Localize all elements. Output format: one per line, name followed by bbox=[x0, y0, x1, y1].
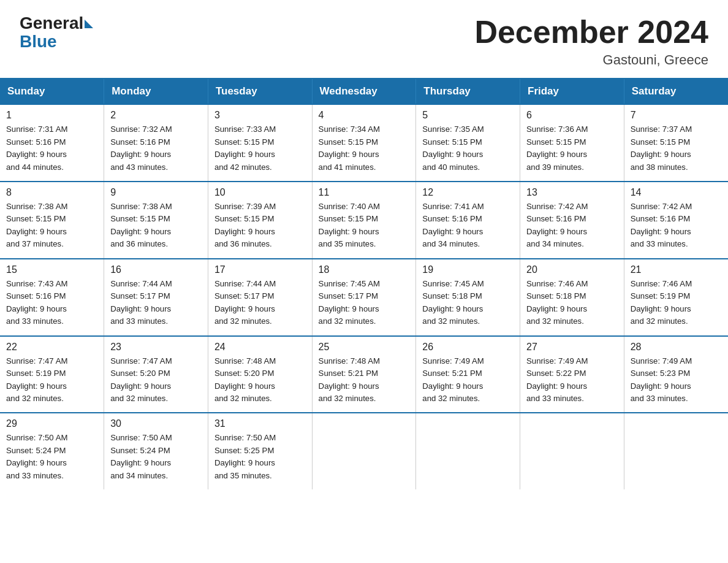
day-number: 4 bbox=[319, 110, 410, 121]
day-number: 8 bbox=[6, 187, 97, 198]
calendar-day-cell: 15Sunrise: 7:43 AMSunset: 5:16 PMDayligh… bbox=[0, 259, 104, 336]
calendar-day-cell: 19Sunrise: 7:45 AMSunset: 5:18 PMDayligh… bbox=[416, 259, 520, 336]
day-number: 22 bbox=[6, 342, 97, 353]
day-info: Sunrise: 7:42 AMSunset: 5:16 PMDaylight:… bbox=[631, 201, 722, 251]
logo-top: General bbox=[20, 15, 93, 32]
day-info: Sunrise: 7:45 AMSunset: 5:18 PMDaylight:… bbox=[422, 278, 514, 328]
title-area: December 2024 Gastouni, Greece bbox=[474, 15, 708, 68]
calendar-header: Sunday Monday Tuesday Wednesday Thursday… bbox=[0, 79, 728, 104]
day-info: Sunrise: 7:39 AMSunset: 5:15 PMDaylight:… bbox=[214, 201, 306, 251]
day-number: 13 bbox=[526, 187, 618, 198]
day-number: 26 bbox=[422, 342, 514, 353]
day-number: 29 bbox=[6, 418, 97, 429]
calendar-day-cell: 12Sunrise: 7:41 AMSunset: 5:16 PMDayligh… bbox=[416, 182, 520, 259]
calendar-day-cell: 18Sunrise: 7:45 AMSunset: 5:17 PMDayligh… bbox=[312, 259, 416, 336]
day-info: Sunrise: 7:46 AMSunset: 5:19 PMDaylight:… bbox=[631, 278, 722, 328]
day-info: Sunrise: 7:49 AMSunset: 5:23 PMDaylight:… bbox=[631, 355, 722, 405]
day-info: Sunrise: 7:50 AMSunset: 5:25 PMDaylight:… bbox=[214, 432, 306, 482]
day-info: Sunrise: 7:47 AMSunset: 5:20 PMDaylight:… bbox=[110, 355, 202, 405]
day-number: 20 bbox=[526, 264, 618, 275]
day-number: 11 bbox=[319, 187, 410, 198]
day-number: 17 bbox=[214, 264, 306, 275]
calendar-day-cell: 8Sunrise: 7:38 AMSunset: 5:15 PMDaylight… bbox=[0, 182, 104, 259]
day-info: Sunrise: 7:50 AMSunset: 5:24 PMDaylight:… bbox=[6, 432, 97, 482]
calendar-day-cell: 1Sunrise: 7:31 AMSunset: 5:16 PMDaylight… bbox=[0, 104, 104, 182]
calendar-day-cell: 24Sunrise: 7:48 AMSunset: 5:20 PMDayligh… bbox=[208, 336, 312, 413]
day-info: Sunrise: 7:34 AMSunset: 5:15 PMDaylight:… bbox=[319, 123, 410, 174]
day-info: Sunrise: 7:38 AMSunset: 5:15 PMDaylight:… bbox=[6, 201, 97, 251]
day-info: Sunrise: 7:37 AMSunset: 5:15 PMDaylight:… bbox=[631, 123, 722, 174]
day-number: 1 bbox=[6, 110, 97, 121]
calendar-day-cell bbox=[520, 413, 624, 489]
calendar-day-cell: 20Sunrise: 7:46 AMSunset: 5:18 PMDayligh… bbox=[520, 259, 624, 336]
day-info: Sunrise: 7:49 AMSunset: 5:21 PMDaylight:… bbox=[422, 355, 514, 405]
day-info: Sunrise: 7:38 AMSunset: 5:15 PMDaylight:… bbox=[110, 201, 202, 251]
day-info: Sunrise: 7:44 AMSunset: 5:17 PMDaylight:… bbox=[214, 278, 306, 328]
calendar-day-cell bbox=[312, 413, 416, 489]
calendar-day-cell: 11Sunrise: 7:40 AMSunset: 5:15 PMDayligh… bbox=[312, 182, 416, 259]
day-info: Sunrise: 7:31 AMSunset: 5:16 PMDaylight:… bbox=[6, 123, 97, 174]
day-number: 16 bbox=[110, 264, 202, 275]
calendar-day-cell: 17Sunrise: 7:44 AMSunset: 5:17 PMDayligh… bbox=[208, 259, 312, 336]
day-number: 23 bbox=[110, 342, 202, 353]
day-number: 31 bbox=[214, 418, 306, 429]
location: Gastouni, Greece bbox=[474, 52, 708, 68]
col-tuesday: Tuesday bbox=[208, 79, 312, 104]
calendar-week-row: 29Sunrise: 7:50 AMSunset: 5:24 PMDayligh… bbox=[0, 413, 728, 489]
calendar-day-cell: 9Sunrise: 7:38 AMSunset: 5:15 PMDaylight… bbox=[104, 182, 208, 259]
day-info: Sunrise: 7:47 AMSunset: 5:19 PMDaylight:… bbox=[6, 355, 97, 405]
day-info: Sunrise: 7:48 AMSunset: 5:21 PMDaylight:… bbox=[319, 355, 410, 405]
col-monday: Monday bbox=[104, 79, 208, 104]
calendar-day-cell: 27Sunrise: 7:49 AMSunset: 5:22 PMDayligh… bbox=[520, 336, 624, 413]
day-info: Sunrise: 7:46 AMSunset: 5:18 PMDaylight:… bbox=[526, 278, 618, 328]
day-info: Sunrise: 7:48 AMSunset: 5:20 PMDaylight:… bbox=[214, 355, 306, 405]
col-sunday: Sunday bbox=[0, 79, 104, 104]
month-title: December 2024 bbox=[474, 15, 708, 50]
calendar-day-cell: 25Sunrise: 7:48 AMSunset: 5:21 PMDayligh… bbox=[312, 336, 416, 413]
page-header: General Blue December 2024 Gastouni, Gre… bbox=[0, 0, 728, 78]
day-number: 6 bbox=[526, 110, 618, 121]
calendar-day-cell: 29Sunrise: 7:50 AMSunset: 5:24 PMDayligh… bbox=[0, 413, 104, 489]
logo-general-text: General bbox=[20, 15, 83, 32]
calendar-day-cell: 7Sunrise: 7:37 AMSunset: 5:15 PMDaylight… bbox=[624, 104, 728, 182]
calendar-day-cell: 6Sunrise: 7:36 AMSunset: 5:15 PMDaylight… bbox=[520, 104, 624, 182]
calendar-week-row: 1Sunrise: 7:31 AMSunset: 5:16 PMDaylight… bbox=[0, 104, 728, 182]
calendar-week-row: 8Sunrise: 7:38 AMSunset: 5:15 PMDaylight… bbox=[0, 182, 728, 259]
header-row: Sunday Monday Tuesday Wednesday Thursday… bbox=[0, 79, 728, 104]
day-info: Sunrise: 7:44 AMSunset: 5:17 PMDaylight:… bbox=[110, 278, 202, 328]
calendar-table: Sunday Monday Tuesday Wednesday Thursday… bbox=[0, 78, 728, 489]
calendar-week-row: 22Sunrise: 7:47 AMSunset: 5:19 PMDayligh… bbox=[0, 336, 728, 413]
calendar-day-cell: 26Sunrise: 7:49 AMSunset: 5:21 PMDayligh… bbox=[416, 336, 520, 413]
logo-arrow-icon bbox=[85, 20, 93, 28]
day-number: 14 bbox=[631, 187, 722, 198]
calendar-day-cell: 2Sunrise: 7:32 AMSunset: 5:16 PMDaylight… bbox=[104, 104, 208, 182]
day-number: 15 bbox=[6, 264, 97, 275]
col-thursday: Thursday bbox=[416, 79, 520, 104]
calendar-body: 1Sunrise: 7:31 AMSunset: 5:16 PMDaylight… bbox=[0, 104, 728, 489]
day-number: 28 bbox=[631, 342, 722, 353]
calendar-day-cell: 22Sunrise: 7:47 AMSunset: 5:19 PMDayligh… bbox=[0, 336, 104, 413]
day-info: Sunrise: 7:35 AMSunset: 5:15 PMDaylight:… bbox=[422, 123, 514, 174]
day-number: 27 bbox=[526, 342, 618, 353]
col-friday: Friday bbox=[520, 79, 624, 104]
calendar-day-cell: 13Sunrise: 7:42 AMSunset: 5:16 PMDayligh… bbox=[520, 182, 624, 259]
calendar-day-cell: 31Sunrise: 7:50 AMSunset: 5:25 PMDayligh… bbox=[208, 413, 312, 489]
logo: General Blue bbox=[20, 15, 93, 52]
day-info: Sunrise: 7:50 AMSunset: 5:24 PMDaylight:… bbox=[110, 432, 202, 482]
day-info: Sunrise: 7:33 AMSunset: 5:15 PMDaylight:… bbox=[214, 123, 306, 174]
day-number: 5 bbox=[422, 110, 514, 121]
calendar-day-cell: 16Sunrise: 7:44 AMSunset: 5:17 PMDayligh… bbox=[104, 259, 208, 336]
calendar-day-cell: 30Sunrise: 7:50 AMSunset: 5:24 PMDayligh… bbox=[104, 413, 208, 489]
day-info: Sunrise: 7:42 AMSunset: 5:16 PMDaylight:… bbox=[526, 201, 618, 251]
day-info: Sunrise: 7:49 AMSunset: 5:22 PMDaylight:… bbox=[526, 355, 618, 405]
day-number: 12 bbox=[422, 187, 514, 198]
day-info: Sunrise: 7:45 AMSunset: 5:17 PMDaylight:… bbox=[319, 278, 410, 328]
day-number: 9 bbox=[110, 187, 202, 198]
day-number: 24 bbox=[214, 342, 306, 353]
logo-blue-text: Blue bbox=[20, 32, 57, 52]
col-saturday: Saturday bbox=[624, 79, 728, 104]
day-info: Sunrise: 7:32 AMSunset: 5:16 PMDaylight:… bbox=[110, 123, 202, 174]
day-info: Sunrise: 7:40 AMSunset: 5:15 PMDaylight:… bbox=[319, 201, 410, 251]
day-number: 2 bbox=[110, 110, 202, 121]
col-wednesday: Wednesday bbox=[312, 79, 416, 104]
